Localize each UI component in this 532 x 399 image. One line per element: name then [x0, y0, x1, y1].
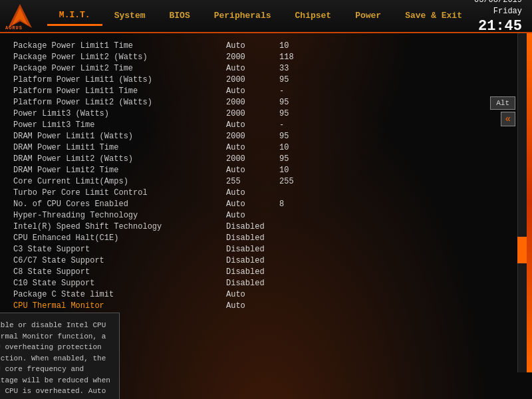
- settings-row: Package Power Limit1 TimeAuto10: [13, 40, 499, 51]
- settings-row: C8 State SupportDisabled: [13, 266, 499, 277]
- tab-system[interactable]: System: [102, 7, 158, 26]
- setting-value2: 8: [279, 200, 319, 209]
- setting-name: Power Limit3 (Watts): [13, 109, 226, 118]
- setting-value1: Auto: [226, 200, 279, 209]
- settings-row: DRAM Power Limit2 (Watts)200095: [13, 153, 499, 164]
- tab-mit[interactable]: M.I.T.: [47, 6, 102, 26]
- setting-name: DRAM Power Limit2 Time: [13, 166, 226, 175]
- tab-bios[interactable]: BIOS: [157, 7, 201, 26]
- setting-value1: 2000: [226, 98, 279, 107]
- header: AORUS AORUS M.I.T. System BIOS Periphera…: [0, 0, 532, 33]
- setting-name: No. of CPU Cores Enabled: [13, 200, 226, 209]
- setting-value1: 255: [226, 177, 279, 186]
- datetime: 03/08/2019 Friday 21:45: [474, 0, 532, 37]
- setting-value1: Auto: [226, 41, 279, 51]
- settings-row: Package Power Limit2 (Watts)2000118: [13, 51, 499, 63]
- settings-row: Intel(R) Speed Shift TechnologyDisabled: [13, 221, 499, 232]
- scrollbar-track[interactable]: [517, 33, 527, 372]
- setting-name: Core Current Limit(Amps): [13, 177, 226, 186]
- settings-row: C6/C7 State SupportDisabled: [13, 255, 499, 266]
- tab-power[interactable]: Power: [343, 7, 393, 26]
- setting-name: Turbo Per Core Limit Control: [13, 188, 226, 198]
- setting-name: Package Power Limit2 (Watts): [13, 53, 226, 62]
- setting-name: Platform Power Limit1 Time: [13, 86, 226, 96]
- setting-value1: Auto: [226, 166, 279, 175]
- settings-row[interactable]: CPU Thermal MonitorAuto: [13, 300, 499, 311]
- setting-value1: Disabled: [226, 267, 279, 277]
- settings-row: Platform Power Limit1 (Watts)200095: [13, 74, 499, 85]
- setting-value2: 10: [279, 143, 319, 152]
- settings-row: Package C State limitAuto: [13, 289, 499, 300]
- setting-value2: 95: [279, 75, 319, 84]
- setting-value1: Disabled: [226, 245, 279, 254]
- day-display: Friday: [474, 6, 522, 17]
- setting-value1: 2000: [226, 109, 279, 118]
- setting-value2: 118: [279, 53, 319, 62]
- setting-name: CPU Enhanced Halt(C1E): [13, 233, 226, 243]
- setting-value1: Auto: [226, 188, 279, 198]
- settings-row: Package Power Limit2 TimeAuto33: [13, 63, 499, 74]
- settings-row: Platform Power Limit1 TimeAuto-: [13, 85, 499, 96]
- setting-value2: 95: [279, 98, 319, 107]
- setting-value1: Auto: [226, 290, 279, 299]
- settings-table: Package Power Limit1 TimeAuto10Package P…: [13, 40, 499, 311]
- settings-row: DRAM Power Limit1 TimeAuto10: [13, 142, 499, 153]
- setting-name: Platform Power Limit2 (Watts): [13, 98, 226, 107]
- tab-chipset[interactable]: Chipset: [283, 7, 344, 26]
- settings-row: Core Current Limit(Amps)255255: [13, 176, 499, 187]
- settings-row: DRAM Power Limit1 (Watts)200095: [13, 130, 499, 142]
- settings-row: Power Limit3 TimeAuto-: [13, 119, 499, 130]
- setting-name: Package Power Limit1 Time: [13, 41, 226, 51]
- setting-name: DRAM Power Limit1 Time: [13, 143, 226, 152]
- side-border: [527, 33, 532, 372]
- setting-value2: 95: [279, 154, 319, 164]
- date-display: 03/08/2019: [474, 0, 522, 6]
- settings-row: Platform Power Limit2 (Watts)200095: [13, 96, 499, 108]
- setting-value1: Disabled: [226, 222, 279, 231]
- setting-value1: 2000: [226, 75, 279, 84]
- setting-name: CPU Thermal Monitor: [13, 301, 226, 311]
- setting-name: Intel(R) Speed Shift Technology: [13, 222, 226, 231]
- setting-value1: 2000: [226, 53, 279, 62]
- setting-value1: Auto: [226, 211, 279, 220]
- nav-tabs: M.I.T. System BIOS Peripherals Chipset P…: [41, 6, 474, 26]
- setting-value1: Auto: [226, 64, 279, 73]
- settings-row: C3 State SupportDisabled: [13, 243, 499, 255]
- setting-name: DRAM Power Limit2 (Watts): [13, 154, 226, 164]
- setting-value2: 10: [279, 41, 319, 51]
- setting-name: C3 State Support: [13, 245, 226, 254]
- setting-value2: 10: [279, 166, 319, 175]
- tab-peripherals[interactable]: Peripherals: [202, 7, 283, 26]
- setting-value1: 2000: [226, 132, 279, 141]
- setting-value1: Auto: [226, 301, 279, 311]
- setting-value1: 2000: [226, 154, 279, 164]
- setting-name: Package C State limit: [13, 290, 226, 299]
- setting-value2: -: [279, 120, 319, 130]
- scrollbar-thumb[interactable]: [517, 237, 527, 263]
- setting-name: C6/C7 State Support: [13, 256, 226, 265]
- tooltip-box: Enable or disable Intel CPU Thermal Moni…: [0, 313, 120, 399]
- setting-value2: 95: [279, 109, 319, 118]
- setting-value2: 95: [279, 132, 319, 141]
- settings-row: Power Limit3 (Watts)200095: [13, 108, 499, 119]
- setting-value2: 255: [279, 177, 319, 186]
- setting-name: Platform Power Limit1 (Watts): [13, 75, 226, 84]
- setting-name: C8 State Support: [13, 267, 226, 277]
- setting-name: DRAM Power Limit1 (Watts): [13, 132, 226, 141]
- setting-value1: Disabled: [226, 279, 279, 288]
- setting-value1: Auto: [226, 120, 279, 130]
- setting-value1: Auto: [226, 143, 279, 152]
- setting-name: Power Limit3 Time: [13, 120, 226, 130]
- settings-row: No. of CPU Cores EnabledAuto8: [13, 198, 499, 209]
- settings-row: Turbo Per Core Limit ControlAuto: [13, 187, 499, 198]
- setting-value2: 33: [279, 64, 319, 73]
- settings-row: C10 State SupportDisabled: [13, 277, 499, 289]
- settings-row: CPU Enhanced Halt(C1E)Disabled: [13, 232, 499, 243]
- settings-row: DRAM Power Limit2 TimeAuto10: [13, 164, 499, 176]
- double-chevron-button[interactable]: «: [501, 112, 515, 126]
- setting-value2: -: [279, 86, 319, 96]
- tab-save-exit[interactable]: Save & Exit: [393, 7, 474, 26]
- alt-button[interactable]: Alt: [490, 96, 515, 110]
- settings-row: Hyper-Threading TechnologyAuto: [13, 209, 499, 221]
- setting-name: C10 State Support: [13, 279, 226, 288]
